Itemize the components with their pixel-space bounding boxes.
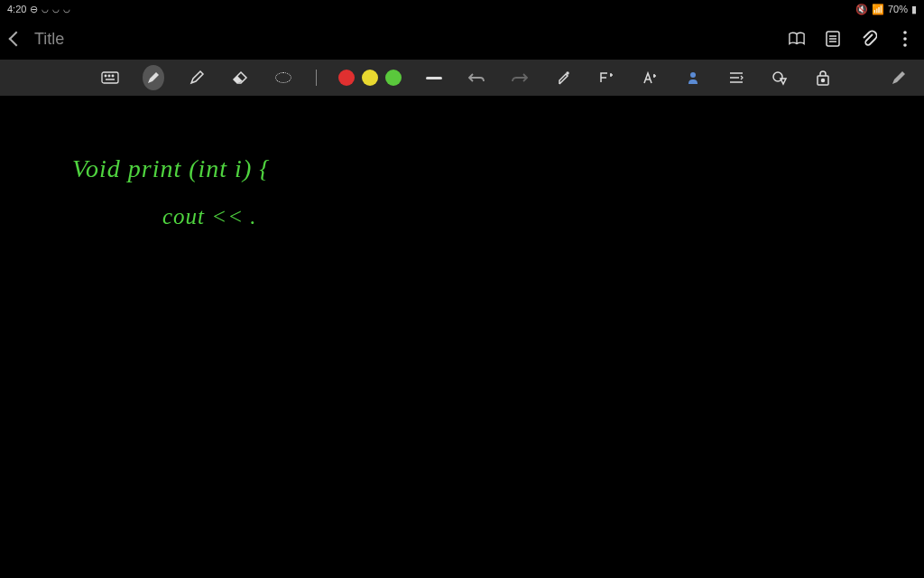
- more-options-button[interactable]: [897, 31, 913, 47]
- pen-tool[interactable]: [186, 65, 208, 90]
- svg-point-10: [108, 75, 110, 77]
- drawing-canvas[interactable]: Void print (int i) { cout << .: [0, 96, 924, 578]
- lock-canvas-tool[interactable]: [812, 65, 834, 90]
- keyboard-tool[interactable]: [99, 65, 121, 90]
- redo-button[interactable]: [509, 65, 531, 90]
- svg-point-20: [821, 79, 824, 82]
- undo-button[interactable]: [466, 65, 487, 90]
- page-list-button[interactable]: [825, 31, 841, 47]
- header-left: Title: [11, 30, 64, 49]
- handwriting-line-2: cout << .: [162, 204, 257, 229]
- battery-icon: ▮: [911, 4, 917, 15]
- mute-icon: 🔇: [855, 4, 868, 15]
- handwriting-to-text-tool[interactable]: [682, 65, 704, 90]
- status-icon-4: ◡: [63, 5, 70, 14]
- status-icon-3: ◡: [52, 5, 60, 14]
- color-yellow[interactable]: [362, 70, 378, 86]
- selection-tool[interactable]: [273, 65, 294, 90]
- status-left: 4:20 ⊖ ◡ ◡ ◡: [7, 4, 70, 15]
- status-right: 🔇 📶 70% ▮: [855, 4, 917, 15]
- toolbar: [0, 60, 924, 96]
- svg-point-14: [690, 72, 696, 78]
- header-right: [789, 31, 913, 47]
- wifi-icon: 📶: [872, 4, 884, 15]
- svg-point-6: [903, 37, 907, 41]
- dotted-circle-icon: [275, 72, 291, 83]
- chevron-left-icon: [9, 32, 24, 47]
- highlighter-tool[interactable]: [143, 65, 164, 90]
- back-button[interactable]: [11, 33, 22, 44]
- easy-writing-pad-tool[interactable]: [596, 65, 617, 90]
- status-icon-2: ◡: [42, 5, 49, 14]
- edit-mode-toggle[interactable]: [886, 65, 911, 90]
- toolbar-divider: [316, 70, 317, 86]
- handwriting-line-1: Void print (int i) {: [72, 154, 270, 183]
- svg-point-11: [112, 75, 114, 77]
- attachment-button[interactable]: [861, 31, 877, 47]
- shapes-tool[interactable]: [769, 65, 790, 90]
- svg-point-7: [903, 43, 907, 47]
- color-green[interactable]: [385, 70, 402, 86]
- page-title[interactable]: Title: [34, 30, 64, 49]
- status-bar: 4:20 ⊖ ◡ ◡ ◡ 🔇 📶 70% ▮: [0, 0, 924, 18]
- text-tool[interactable]: [639, 65, 661, 90]
- status-time: 4:20: [7, 4, 26, 14]
- smart-pen-tool[interactable]: [552, 65, 574, 90]
- align-tool[interactable]: [725, 65, 747, 90]
- svg-rect-8: [102, 72, 118, 83]
- eraser-tool[interactable]: [229, 65, 251, 90]
- stroke-line-icon: [426, 77, 442, 79]
- svg-point-13: [567, 72, 568, 74]
- color-palette: [338, 70, 402, 86]
- svg-point-5: [903, 31, 907, 34]
- reading-mode-button[interactable]: [789, 31, 805, 47]
- status-icon-1: ⊖: [30, 4, 38, 15]
- battery-text: 70%: [888, 4, 908, 14]
- color-red[interactable]: [338, 70, 355, 86]
- app-header: Title: [0, 18, 924, 60]
- stroke-width-tool[interactable]: [423, 65, 445, 90]
- svg-point-9: [105, 75, 106, 77]
